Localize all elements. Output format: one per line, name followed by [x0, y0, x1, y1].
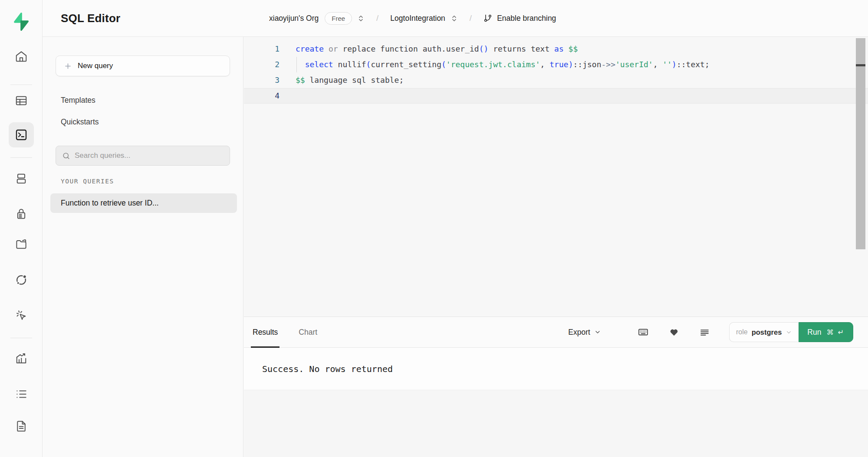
project-switcher[interactable]	[450, 15, 458, 22]
top-header: SQL Editor xiaoyijun's Org Free / LogtoI…	[43, 0, 868, 37]
code-line: 2 select nullif(current_setting('request…	[244, 57, 868, 72]
sidebar-item-realtime[interactable]	[14, 273, 28, 287]
storage-folder-icon	[15, 238, 28, 251]
org-switcher[interactable]	[357, 15, 365, 22]
heart-icon	[669, 327, 679, 337]
chevrons-up-down-icon	[357, 15, 365, 22]
plan-badge[interactable]: Free	[325, 12, 352, 25]
results-tabs: Results Chart	[251, 317, 336, 347]
code-text: $$ language sql stable;	[279, 72, 404, 88]
git-branch-icon	[483, 14, 492, 23]
align-left-icon	[699, 327, 710, 338]
code-line: 3$$ language sql stable;	[244, 72, 868, 88]
code-text	[279, 88, 296, 104]
line-number: 3	[244, 72, 279, 88]
org-name[interactable]: xiaoyijun's Org	[269, 14, 319, 23]
favorite-button[interactable]	[669, 327, 679, 337]
tab-chart[interactable]: Chart	[297, 317, 319, 347]
keyboard-icon	[638, 326, 649, 338]
supabase-bolt-icon	[12, 12, 31, 31]
indent-guide	[296, 57, 297, 72]
sidebar-item-storage[interactable]	[15, 238, 28, 251]
enable-branching-button[interactable]: Enable branching	[483, 14, 556, 23]
code-text: select nullif(current_setting('request.j…	[279, 57, 710, 72]
code-line: 4	[244, 88, 868, 104]
role-prefix-label: role	[736, 328, 748, 336]
reports-chart-icon	[15, 352, 28, 365]
logs-list-icon	[15, 388, 28, 401]
advisors-cursor-click-icon	[15, 309, 28, 322]
results-empty-area	[244, 390, 868, 457]
queries-panel: New query Templates Quickstarts YOUR QUE…	[43, 37, 243, 457]
search-queries-box	[56, 146, 230, 166]
breadcrumb: xiaoyijun's Org Free / LogtoIntegration …	[269, 0, 556, 36]
tab-results[interactable]: Results	[251, 317, 279, 347]
breadcrumb-separator: /	[376, 13, 378, 23]
code-line: 1create or replace function auth.user_id…	[244, 41, 868, 57]
sidebar-item-advisors[interactable]	[15, 309, 28, 322]
chevrons-up-down-icon	[450, 15, 458, 22]
run-label: Run	[807, 328, 821, 337]
quickstarts-link[interactable]: Quickstarts	[61, 118, 99, 127]
your-queries-section-label: YOUR QUERIES	[61, 178, 114, 185]
api-docs-file-icon	[15, 420, 28, 433]
role-selector[interactable]: role postgres	[729, 322, 799, 342]
chevron-down-icon	[786, 329, 792, 336]
editor-scrollbar-thumb[interactable]	[856, 38, 865, 249]
project-name[interactable]: LogtoIntegration	[390, 14, 445, 23]
line-number: 4	[244, 88, 279, 104]
table-editor-icon	[15, 94, 28, 107]
query-list-item[interactable]: Function to retrieve user ID...	[50, 193, 237, 213]
sidebar-item-authentication[interactable]	[15, 207, 28, 220]
format-sql-button[interactable]	[699, 327, 710, 338]
new-query-label: New query	[78, 62, 113, 70]
sql-editor-terminal-icon	[15, 128, 28, 141]
export-label: Export	[568, 328, 590, 337]
rail-divider	[10, 338, 32, 338]
new-query-button[interactable]: New query	[56, 55, 230, 76]
home-icon	[15, 50, 28, 63]
results-toolbar: Results Chart Export	[244, 317, 868, 348]
code-text: create or replace function auth.user_id(…	[279, 41, 578, 57]
editor-scrollbar-marker	[856, 64, 865, 66]
sql-code-editor[interactable]: 1create or replace function auth.user_id…	[244, 37, 868, 317]
sidebar-item-home[interactable]	[15, 50, 28, 63]
plus-icon	[64, 62, 72, 70]
line-number: 2	[244, 57, 279, 72]
sidebar-item-sql-editor[interactable]	[15, 128, 28, 141]
enable-branching-label: Enable branching	[497, 14, 556, 23]
sql-editor-app: SQL Editor xiaoyijun's Org Free / LogtoI…	[0, 0, 868, 457]
database-icon	[15, 172, 28, 185]
chevron-down-icon	[594, 329, 601, 336]
supabase-logo[interactable]	[12, 12, 31, 31]
role-value: postgres	[752, 328, 782, 336]
search-icon	[62, 152, 70, 160]
search-queries-input[interactable]	[75, 151, 224, 160]
toolbar-right-group: Export	[568, 322, 853, 342]
sidebar-item-table-editor[interactable]	[15, 94, 28, 107]
nav-rail	[0, 0, 43, 457]
sidebar-item-reports[interactable]	[15, 352, 28, 365]
code-lines: 1create or replace function auth.user_id…	[244, 41, 868, 104]
templates-link[interactable]: Templates	[61, 96, 95, 105]
results-message: Success. No rows returned	[262, 364, 393, 374]
run-shortcut-hint: ⌘ ↵	[826, 328, 845, 336]
realtime-icon	[14, 273, 28, 287]
rail-divider	[10, 85, 32, 85]
rail-divider	[10, 157, 32, 158]
results-output: Success. No rows returned	[244, 348, 868, 390]
auth-lock-icon	[15, 207, 28, 220]
sidebar-item-api-docs[interactable]	[15, 420, 28, 433]
line-number: 1	[244, 41, 279, 57]
breadcrumb-separator: /	[470, 13, 472, 23]
run-query-button[interactable]: Run ⌘ ↵	[799, 322, 853, 342]
export-button[interactable]: Export	[568, 328, 601, 337]
sidebar-item-logs[interactable]	[15, 388, 28, 401]
page-title: SQL Editor	[61, 12, 120, 25]
sidebar-item-database[interactable]	[15, 172, 28, 185]
keyboard-shortcuts-button[interactable]	[638, 326, 649, 338]
